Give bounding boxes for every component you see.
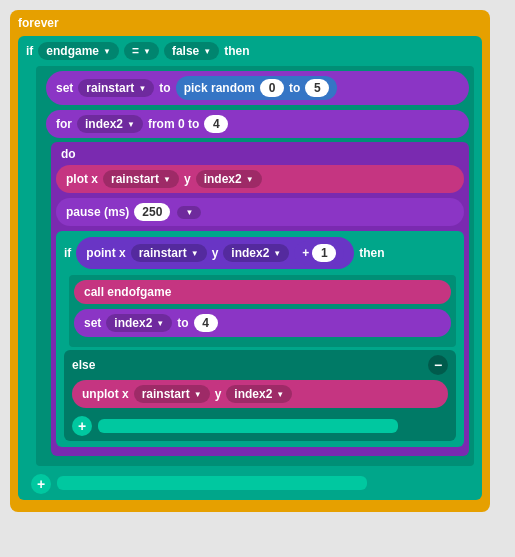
y-keyword-point: y — [212, 246, 219, 260]
plot-block: plot x rainstart y index2 — [56, 165, 464, 193]
call-label: call endofgame — [84, 285, 171, 299]
pause-dropdown[interactable] — [177, 206, 201, 219]
inner-then-keyword: then — [359, 246, 384, 260]
index2-dropdown-unplot[interactable]: index2 — [226, 385, 292, 403]
do-block: do plot x rainstart y index2 pause (ms) … — [51, 142, 469, 456]
y-keyword-unplot: y — [215, 387, 222, 401]
point-block: point x rainstart y index2 + 1 — [76, 237, 354, 269]
to-keyword-1: to — [159, 81, 170, 95]
set-index2-block: set index2 to 4 — [74, 309, 451, 337]
minus-button[interactable]: − — [428, 355, 448, 375]
else-bottom-bar — [98, 419, 398, 433]
pause-block: pause (ms) 250 — [56, 198, 464, 226]
for-keyword: for — [56, 117, 72, 131]
pick-random-block: pick random 0 to 5 — [176, 76, 338, 100]
pick-random-to-val[interactable]: 5 — [305, 79, 329, 97]
unplot-keyword: unplot x — [82, 387, 129, 401]
scratch-program: forever if endgame = false then set rain… — [10, 10, 505, 512]
do-keyword: do — [56, 147, 464, 161]
forever-block: forever if endgame = false then set rain… — [10, 10, 490, 512]
if-endgame-block: if endgame = false then set rainstart to… — [18, 36, 482, 500]
rainstart-dropdown-plot[interactable]: rainstart — [103, 170, 179, 188]
to-keyword-2: to — [177, 316, 188, 330]
rainstart-dropdown-unplot[interactable]: rainstart — [134, 385, 210, 403]
index2-dropdown-point[interactable]: index2 — [223, 244, 289, 262]
index2-dropdown-set[interactable]: index2 — [106, 314, 172, 332]
forever-label: forever — [18, 16, 59, 30]
index2-dropdown-plot[interactable]: index2 — [196, 170, 262, 188]
for-index2-block: for index2 from 0 to 4 — [46, 110, 469, 138]
inner-if-block: if point x rainstart y index2 + 1 — [56, 231, 464, 447]
plus-oval: + 1 — [294, 241, 344, 265]
if-endgame-header: if endgame = false then — [26, 42, 474, 60]
y-keyword-plot: y — [184, 172, 191, 186]
false-dropdown[interactable]: false — [164, 42, 219, 60]
pause-keyword: pause (ms) — [66, 205, 129, 219]
pick-random-label: pick random — [184, 81, 255, 95]
index2-set-val[interactable]: 4 — [194, 314, 218, 332]
rainstart-dropdown-1[interactable]: rainstart — [78, 79, 154, 97]
pick-random-to-keyword: to — [289, 81, 300, 95]
if-keyword: if — [26, 44, 33, 58]
equals-dropdown[interactable]: = — [124, 42, 159, 60]
else-header: else − — [72, 355, 448, 375]
outer-add-button[interactable]: + — [31, 474, 51, 494]
set-keyword-1: set — [56, 81, 73, 95]
else-keyword: else — [72, 358, 95, 372]
outer-bottom-bar — [57, 476, 367, 490]
pick-random-from[interactable]: 0 — [260, 79, 284, 97]
inner-if-header: if point x rainstart y index2 + 1 — [64, 237, 456, 269]
outer-add-row: + — [26, 471, 474, 494]
for-end-val[interactable]: 4 — [204, 115, 228, 133]
plot-keyword: plot x — [66, 172, 98, 186]
call-block: call endofgame — [74, 280, 451, 304]
point-label: point x — [86, 246, 125, 260]
pause-ms-val[interactable]: 250 — [134, 203, 170, 221]
else-section: else − unplot x rainstart y index2 — [64, 350, 456, 441]
forever-header: forever — [18, 16, 482, 30]
inner-if-body: call endofgame set index2 to 4 — [69, 275, 456, 347]
unplot-block: unplot x rainstart y index2 — [72, 380, 448, 408]
else-add-row: + — [72, 413, 448, 436]
set-rainstart-block: set rainstart to pick random 0 to 5 — [46, 71, 469, 105]
plus-symbol: + — [302, 246, 309, 260]
then-keyword: then — [224, 44, 249, 58]
one-val[interactable]: 1 — [312, 244, 336, 262]
if-body: set rainstart to pick random 0 to 5 for … — [36, 66, 474, 466]
index2-dropdown-for[interactable]: index2 — [77, 115, 143, 133]
set-keyword-2: set — [84, 316, 101, 330]
else-add-button[interactable]: + — [72, 416, 92, 436]
rainstart-dropdown-point[interactable]: rainstart — [131, 244, 207, 262]
endgame-dropdown[interactable]: endgame — [38, 42, 119, 60]
from-keyword: from 0 to — [148, 117, 199, 131]
inner-if-keyword: if — [64, 246, 71, 260]
